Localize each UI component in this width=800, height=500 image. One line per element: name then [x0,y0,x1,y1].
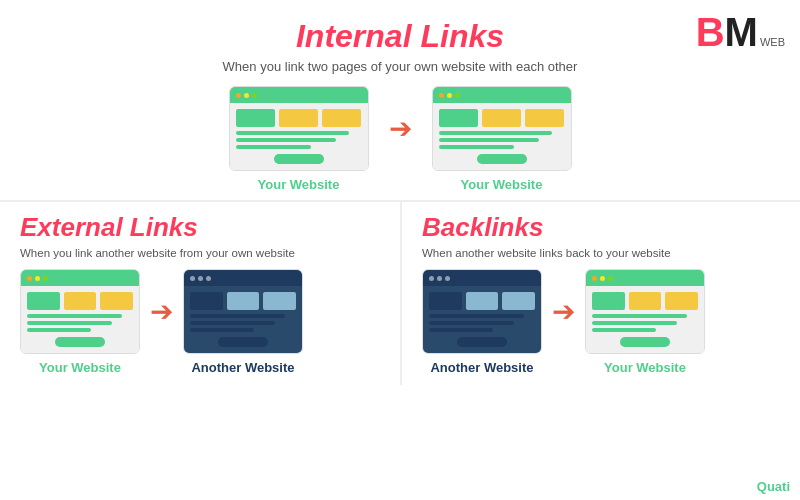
body-left [230,103,368,170]
ext-block-y2 [100,292,133,310]
external-links-title: External Links [20,212,380,243]
external-another-website: Another Website [183,269,303,375]
bl-dot-g [608,276,613,281]
ext-dot-y [35,276,40,281]
bl-dot-l2 [437,276,442,281]
line-2 [236,138,337,142]
backlinks-another-website: Another Website [422,269,542,375]
internal-links-section: Internal Links When you link two pages o… [0,0,800,192]
left-website-label: Your Website [229,177,369,192]
block-yellow-1 [279,109,318,127]
backlinks-your-website: Your Website [585,269,705,375]
ext-titlebar-right [184,270,302,286]
ext-dline-1 [190,314,285,318]
ext-line-1 [27,314,122,318]
ext-titlebar-left [21,270,139,286]
ext-body-right [184,286,302,353]
btn-left [274,154,324,164]
logo-b: B [696,12,725,52]
watermark: Quati [757,479,790,494]
bl-browser-left [422,269,542,354]
bl-dot-l1 [429,276,434,281]
bl-dline-3 [429,328,493,332]
bl-block-lb1 [466,292,499,310]
ext-btn-r [218,337,268,347]
block-yellow-r1 [482,109,521,127]
dot-green [252,93,257,98]
ext-dline-2 [190,321,275,325]
logo: B M WEB [696,12,785,52]
block-yellow-2 [322,109,361,127]
bl-dot-o [592,276,597,281]
browser-left [229,86,369,171]
ext-lines-l [27,314,133,332]
line-r1 [439,131,552,135]
ext-dot-o [27,276,32,281]
btn-right [477,154,527,164]
bl-blocks-r [592,292,698,310]
line-3 [236,145,312,149]
line-1 [236,131,349,135]
ext-line-3 [27,328,91,332]
ext-dot-g [43,276,48,281]
lines-left [236,131,362,149]
bl-dline-1 [429,314,524,318]
titlebar-right [433,87,571,103]
dot-orange-r [439,93,444,98]
internal-links-mockups: Your Website ➔ [0,86,800,192]
external-links-section: External Links When you link another web… [0,200,400,385]
ext-your-website-label: Your Website [20,360,140,375]
bl-block-y2 [665,292,698,310]
bl-dot-l3 [445,276,450,281]
blocks-row [236,109,362,127]
ext-dline-3 [190,328,254,332]
internal-links-right-mockup: Your Website [432,86,572,192]
external-your-website: Your Website [20,269,140,375]
ext-browser-left [20,269,140,354]
bl-btn-r [620,337,670,347]
bl-line-1 [592,314,687,318]
internal-links-title: Internal Links [0,18,800,55]
ext-browser-right [183,269,303,354]
bl-titlebar-right [586,270,704,286]
backlinks-mockups: Another Website ➔ [422,269,780,375]
backlinks-title: Backlinks [422,212,780,243]
right-website-label: Your Website [432,177,572,192]
dot-green-r [455,93,460,98]
logo-web: WEB [760,36,785,48]
bl-your-website-label: Your Website [585,360,705,375]
bl-block-y1 [629,292,662,310]
browser-right [432,86,572,171]
bl-browser-right [585,269,705,354]
ext-dot-l2 [198,276,203,281]
ext-block-y1 [64,292,97,310]
backlinks-section: Backlinks When another website links bac… [400,200,800,385]
ext-blocks-r [190,292,296,310]
logo-m: M [725,12,758,52]
line-r3 [439,145,515,149]
ext-body-left [21,286,139,353]
body-right [433,103,571,170]
bl-another-website-label: Another Website [422,360,542,375]
bl-line-3 [592,328,656,332]
bl-blocks-l [429,292,535,310]
ext-block-g [27,292,60,310]
ext-line-2 [27,321,112,325]
ext-block-lb2 [263,292,296,310]
lines-right [439,131,565,149]
ext-block-d1 [190,292,223,310]
dot-yellow-r [447,93,452,98]
titlebar-left [230,87,368,103]
block-yellow-r2 [525,109,564,127]
ext-block-lb1 [227,292,260,310]
ext-dot-l3 [206,276,211,281]
ext-another-website-label: Another Website [183,360,303,375]
external-links-mockups: Your Website ➔ [20,269,380,375]
bl-dline-2 [429,321,514,325]
bl-dot-y [600,276,605,281]
bl-block-g [592,292,625,310]
blocks-row-r [439,109,565,127]
internal-links-subtitle: When you link two pages of your own webs… [0,59,800,74]
external-links-subtitle: When you link another website from your … [20,247,380,259]
arrow-external: ➔ [150,298,173,326]
